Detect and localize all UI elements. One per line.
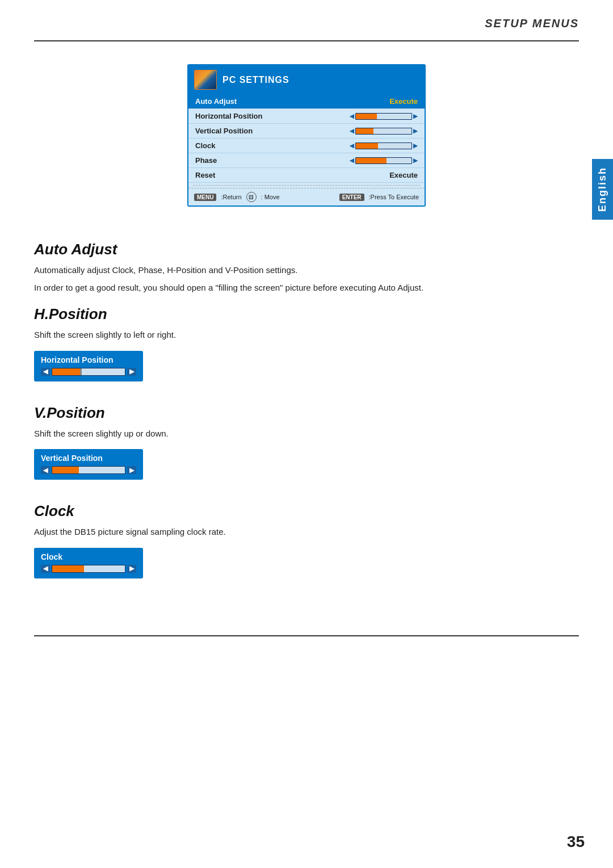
widget-filled: [52, 368, 80, 375]
heading-h-position: H.Position: [34, 305, 579, 323]
section-auto-adjust: Auto Adjust Automatically adjust Clock, …: [34, 241, 579, 294]
menu-label-v-position: Vertical Position: [195, 127, 350, 135]
slider-filled: [356, 143, 378, 149]
menu-key: MENU: [194, 194, 216, 201]
widget-empty: [79, 467, 125, 473]
widget-filled: [52, 467, 75, 473]
menu-slider-phase: ◀ ▶: [350, 157, 418, 164]
text-clock: Adjust the DB15 picture signal sampling …: [34, 526, 579, 539]
slider-empty: [387, 158, 412, 163]
widget-track: [52, 368, 125, 376]
right-arrow-icon: ▶: [127, 466, 136, 474]
menu-slider-clock: ◀ ▶: [350, 142, 418, 149]
text-auto-adjust-1: Automatically adjust Clock, Phase, H-Pos…: [34, 264, 579, 277]
pc-settings-menu: PC SETTINGS Auto Adjust Execute Horizont…: [187, 64, 426, 207]
widget-v-position: Vertical Position ◀ ▶: [34, 449, 143, 480]
left-arrow-icon: ◀: [41, 565, 50, 573]
text-auto-adjust-2: In order to get a good result, you shoul…: [34, 282, 579, 295]
right-arrow: ▶: [413, 128, 418, 134]
slider-empty: [373, 128, 412, 134]
slider-filled: [356, 128, 373, 134]
menu-row-reset: Reset Execute: [188, 168, 425, 183]
slider-track: [355, 113, 412, 120]
section-v-position: V.Position Shift the screen slightly up …: [34, 404, 579, 492]
left-arrow-icon: ◀: [41, 368, 50, 376]
menu-icon: [194, 70, 217, 90]
menu-label-reset: Reset: [195, 171, 389, 179]
heading-clock: Clock: [34, 502, 579, 520]
slider-track: [355, 128, 412, 135]
widget-label-clock: Clock: [41, 552, 136, 561]
enter-key: ENTER: [339, 194, 364, 201]
header: SETUP MENUS: [0, 0, 613, 36]
widget-slider-clock: ◀ ▶: [41, 565, 136, 573]
menu-slider-h-position: ◀ ▶: [350, 113, 418, 120]
menu-label-h-position: Horizontal Position: [195, 112, 350, 120]
widget-clock: Clock ◀ ▶: [34, 548, 143, 578]
section-clock: Clock Adjust the DB15 picture signal sam…: [34, 502, 579, 590]
right-arrow: ▶: [413, 113, 418, 119]
widget-track: [52, 466, 125, 474]
execute-label: :Press To Execute: [369, 194, 419, 200]
menu-value-auto-adjust: Execute: [389, 97, 418, 106]
left-arrow: ◀: [350, 157, 354, 163]
slider-filled: [356, 158, 387, 163]
menu-title: PC SETTINGS: [222, 75, 289, 85]
menu-row-phase: Phase ◀ ▶: [188, 153, 425, 168]
heading-auto-adjust: Auto Adjust: [34, 241, 579, 258]
menu-title-row: PC SETTINGS: [188, 65, 425, 94]
main-content: Auto Adjust Automatically adjust Clock, …: [0, 224, 613, 624]
widget-label-v-position: Vertical Position: [41, 454, 136, 463]
return-label: :Return: [221, 194, 241, 200]
move-icon: ⚅: [246, 192, 257, 202]
widget-h-position: Horizontal Position ◀ ▶: [34, 351, 143, 381]
left-arrow: ◀: [350, 128, 354, 134]
menu-row-clock: Clock ◀ ▶: [188, 139, 425, 153]
move-label: : Move: [261, 194, 280, 200]
left-arrow: ◀: [350, 142, 354, 149]
widget-empty: [84, 565, 125, 572]
menu-nav-bar: MENU :Return ⚅ : Move ENTER :Press To Ex…: [188, 188, 425, 206]
menu-value-reset: Execute: [389, 171, 418, 179]
left-arrow: ◀: [350, 113, 354, 119]
menu-row-auto-adjust: Auto Adjust Execute: [188, 94, 425, 109]
right-arrow: ▶: [413, 157, 418, 163]
widget-empty: [82, 368, 125, 375]
right-arrow-icon: ▶: [127, 565, 136, 573]
slider-track: [355, 142, 412, 149]
heading-v-position: V.Position: [34, 404, 579, 422]
text-v-position: Shift the screen slightly up or down.: [34, 427, 579, 441]
widget-slider-v-position: ◀ ▶: [41, 466, 136, 474]
right-arrow-icon: ▶: [127, 368, 136, 376]
english-tab: English: [592, 159, 613, 220]
menu-label-auto-adjust: Auto Adjust: [195, 97, 389, 106]
menu-slider-v-position: ◀ ▶: [350, 128, 418, 135]
widget-filled: [52, 565, 81, 572]
slider-track: [355, 157, 412, 164]
menu-row-h-position: Horizontal Position ◀ ▶: [188, 109, 425, 124]
bottom-divider: [34, 635, 579, 636]
slider-empty: [378, 143, 412, 149]
slider-filled: [356, 114, 377, 119]
menu-label-phase: Phase: [195, 156, 350, 165]
menu-label-clock: Clock: [195, 141, 350, 150]
text-h-position: Shift the screen slightly to left or rig…: [34, 329, 579, 342]
page-number: 35: [567, 833, 585, 851]
left-arrow-icon: ◀: [41, 466, 50, 474]
menu-row-v-position: Vertical Position ◀ ▶: [188, 124, 425, 139]
right-arrow: ▶: [413, 142, 418, 149]
page-title: SETUP MENUS: [485, 17, 579, 30]
widget-slider-h-position: ◀ ▶: [41, 368, 136, 376]
slider-empty: [377, 114, 412, 119]
menu-body: Auto Adjust Execute Horizontal Position …: [188, 94, 425, 206]
section-h-position: H.Position Shift the screen slightly to …: [34, 305, 579, 393]
widget-label-h-position: Horizontal Position: [41, 355, 136, 364]
widget-track: [52, 565, 125, 573]
